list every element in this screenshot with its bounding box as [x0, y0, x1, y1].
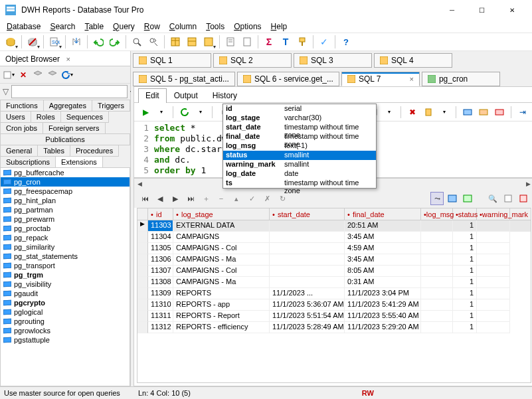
ext-pg_proctab[interactable]: pg_proctab: [1, 224, 130, 233]
menu-query[interactable]: Query: [109, 21, 139, 32]
ext-pgrowlocks[interactable]: pgrowlocks: [1, 326, 130, 335]
new-object-button[interactable]: ▾: [2, 68, 15, 82]
col-start_date[interactable]: •start_date: [270, 208, 345, 220]
table-grid-button[interactable]: [167, 34, 183, 50]
table-row[interactable]: 11308CAMPAIGNS - Ma0:31 AM1: [137, 277, 531, 288]
completion-log_stage[interactable]: log_stagevarchar(30): [223, 114, 376, 123]
subtab-output[interactable]: Output: [167, 88, 205, 102]
grid-btn1[interactable]: ⤳: [430, 192, 444, 205]
menu-table[interactable]: Table: [80, 21, 108, 32]
ext-pg_hint_plan[interactable]: pg_hint_plan: [1, 196, 130, 205]
table-row[interactable]: 11311REPORTS - Report11/1/2023 5:51:54 A…: [137, 311, 531, 322]
object-browser-tab[interactable]: Object Browser ×: [0, 51, 76, 66]
ext-pg_trgm[interactable]: pg_trgm: [1, 270, 130, 279]
reload-button[interactable]: [177, 105, 192, 120]
first-button[interactable]: ⏮: [138, 192, 151, 205]
table-tools-button[interactable]: [201, 34, 217, 50]
clear-button[interactable]: ✖: [405, 105, 420, 120]
completion-log_msg[interactable]: log_msgtext(-1): [223, 141, 376, 151]
col-log_msg[interactable]: •log_msg: [421, 208, 453, 220]
grid-del-button[interactable]: [517, 192, 530, 205]
tab-sql-2[interactable]: SQL 2: [213, 53, 292, 68]
col-log_stage[interactable]: •log_stage: [173, 208, 270, 220]
find-next-button[interactable]: [145, 34, 161, 50]
completion-popup[interactable]: idseriallog_stagevarchar(30)start_dateti…: [222, 104, 377, 189]
menu-options[interactable]: Options: [230, 21, 265, 32]
table-row[interactable]: 11304CAMPAIGNS3:45 AM1: [137, 232, 531, 243]
menu-help[interactable]: Help: [267, 21, 292, 32]
run-button[interactable]: ▶: [138, 105, 153, 120]
completion-ts[interactable]: tstimestamp without time zone: [223, 179, 376, 188]
table-row[interactable]: 11305CAMPAIGNS - Col4:59 AM1: [137, 243, 531, 254]
ext-pg_freespacemap[interactable]: pg_freespacemap: [1, 187, 130, 196]
tab-sql-6-service-get-[interactable]: SQL 6 - service.get_...: [237, 72, 339, 86]
prev-rec-button[interactable]: ◀: [153, 192, 167, 205]
table-row[interactable]: 11309REPORTS11/1/2023 ...11/1/2023 3:04 …: [137, 288, 531, 299]
minimize-button[interactable]: ─: [437, 0, 467, 20]
export-button[interactable]: [68, 34, 84, 50]
table-ins-button[interactable]: [460, 105, 475, 120]
grid-find-button[interactable]: 🔍: [486, 192, 499, 205]
check-button[interactable]: ✓: [316, 34, 332, 50]
table-row[interactable]: ▶11303EXTERNAL DATA20:51 AM1: [137, 220, 531, 232]
menu-tools[interactable]: Tools: [202, 21, 228, 32]
last-button[interactable]: ⏭: [184, 192, 197, 205]
menu-search[interactable]: Search: [46, 21, 79, 32]
redo-button[interactable]: [107, 34, 123, 50]
ext-pg_prewarm[interactable]: pg_prewarm: [1, 214, 130, 224]
close-icon[interactable]: ×: [66, 55, 70, 63]
menu-database[interactable]: Database: [3, 21, 44, 32]
ext-pg_visibility[interactable]: pg_visibility: [1, 279, 130, 289]
cube2-icon[interactable]: [46, 68, 59, 82]
completion-log_date[interactable]: log_datedate: [223, 169, 376, 179]
delete-object-button[interactable]: ✕: [17, 68, 30, 82]
tab-sql-4[interactable]: SQL 4: [374, 53, 452, 68]
report2-button[interactable]: [239, 34, 255, 50]
navtab-publications[interactable]: Publications: [0, 133, 130, 145]
col-id[interactable]: •id: [148, 208, 173, 220]
ext-pg_stat_statements[interactable]: pg_stat_statements: [1, 252, 130, 261]
navtab-triggers[interactable]: Triggers: [92, 100, 130, 112]
close-button[interactable]: ✕: [497, 0, 527, 20]
ext-pg_similarity[interactable]: pg_similarity: [1, 242, 130, 252]
completion-final_date[interactable]: final_datetimestamp without time zone: [223, 132, 376, 141]
ext-pg_cron[interactable]: pg_cron: [1, 177, 130, 187]
col-status[interactable]: •status: [453, 208, 477, 220]
table-out-button[interactable]: [476, 105, 491, 120]
help-button[interactable]: ?: [338, 34, 354, 50]
navtab-general[interactable]: General: [0, 145, 38, 157]
table-row[interactable]: 11307CAMPAIGNS - Col8:05 AM1: [137, 266, 531, 277]
table-grid2-button[interactable]: [184, 34, 200, 50]
completion-id[interactable]: idserial: [223, 104, 376, 114]
col-warning_mark[interactable]: •warning_mark: [477, 208, 510, 220]
completion-status[interactable]: statussmallint: [223, 151, 376, 160]
table-row[interactable]: 11310REPORTS - app11/1/2023 5:36:07 AM11…: [137, 299, 531, 311]
connect-button[interactable]: [3, 34, 19, 50]
tab-pg-cron[interactable]: pg_cron: [422, 72, 500, 86]
cancel-rec-button[interactable]: ✗: [260, 192, 274, 205]
tab-sql-5-pg-stat-acti-[interactable]: SQL 5 - pg_stat_acti...: [133, 72, 235, 86]
new-sql-button[interactable]: SQL: [46, 34, 62, 50]
paste-button[interactable]: [421, 105, 436, 120]
ext-pg_buffercache[interactable]: pg_buffercache: [1, 168, 130, 177]
filter-input[interactable]: [11, 85, 128, 98]
navtab-users[interactable]: Users: [0, 111, 31, 123]
menu-row[interactable]: Row: [140, 21, 164, 32]
navtab-subscriptions[interactable]: Subscriptions: [0, 156, 56, 168]
ext-pgaudit[interactable]: pgaudit: [1, 289, 130, 298]
indent-button[interactable]: ⇥: [515, 105, 530, 120]
disconnect-button[interactable]: [25, 34, 41, 50]
maximize-button[interactable]: ☐: [467, 0, 497, 20]
tab-sql-7[interactable]: SQL 7×: [341, 72, 420, 86]
navtab-foreign-servers[interactable]: Foreign servers: [43, 122, 105, 134]
next-rec-button[interactable]: ▶: [169, 192, 182, 205]
grid-btn2[interactable]: [446, 192, 459, 205]
grid-filter-button[interactable]: [501, 192, 515, 205]
subtab-edit[interactable]: Edit: [138, 88, 167, 103]
grid-btn3[interactable]: [461, 192, 474, 205]
reload-drop-button[interactable]: ▾: [193, 105, 208, 120]
completion-start_date[interactable]: start_datetimestamp without time zone: [223, 123, 376, 132]
paint-button[interactable]: [294, 34, 310, 50]
edit-rec-button[interactable]: ▴: [230, 192, 243, 205]
undo-button[interactable]: [90, 34, 106, 50]
